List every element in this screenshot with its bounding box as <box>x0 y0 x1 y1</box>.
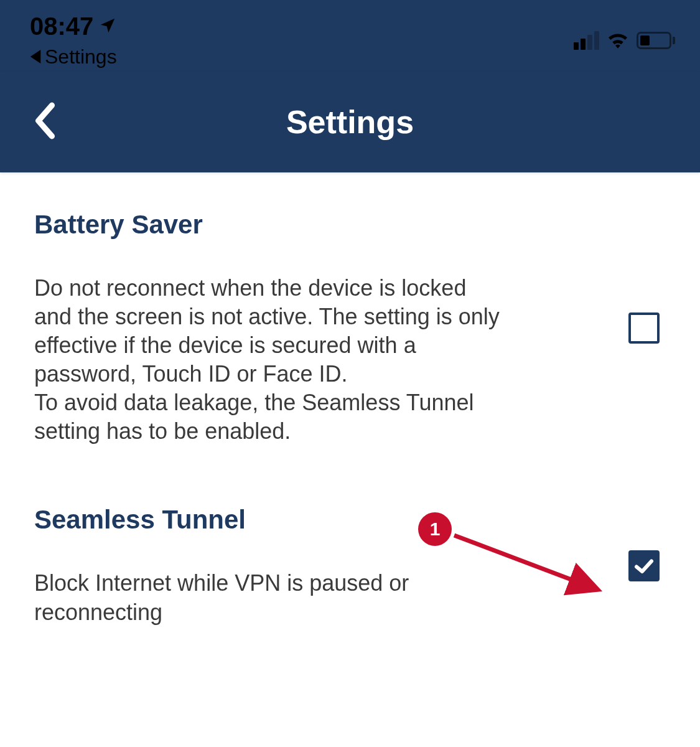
cellular-signal-icon <box>574 31 599 50</box>
battery-saver-title: Battery Saver <box>34 210 604 240</box>
battery-saver-description: Do not reconnect when the device is lock… <box>34 274 507 446</box>
seamless-tunnel-title: Seamless Tunnel <box>34 505 604 535</box>
status-bar: 08:47 Settings <box>0 0 700 72</box>
back-button[interactable] <box>31 101 57 143</box>
breadcrumb-label: Settings <box>45 45 117 68</box>
check-icon <box>633 555 655 577</box>
nav-bar: Settings <box>0 72 700 172</box>
settings-content: Battery Saver Do not reconnect when the … <box>0 172 700 627</box>
back-triangle-icon <box>30 45 41 68</box>
setting-seamless-tunnel: Seamless Tunnel Block Internet while VPN… <box>34 505 666 626</box>
status-right <box>574 31 675 50</box>
setting-battery-saver: Battery Saver Do not reconnect when the … <box>34 210 666 446</box>
page-title: Settings <box>0 103 700 141</box>
chevron-left-icon <box>31 101 57 140</box>
time-text: 08:47 <box>30 12 93 40</box>
battery-saver-checkbox[interactable] <box>628 312 660 344</box>
battery-icon <box>637 32 675 49</box>
seamless-tunnel-description: Block Internet while VPN is paused or re… <box>34 569 507 626</box>
location-arrow-icon <box>98 12 117 40</box>
seamless-tunnel-checkbox[interactable] <box>628 550 660 581</box>
wifi-icon <box>607 32 629 49</box>
